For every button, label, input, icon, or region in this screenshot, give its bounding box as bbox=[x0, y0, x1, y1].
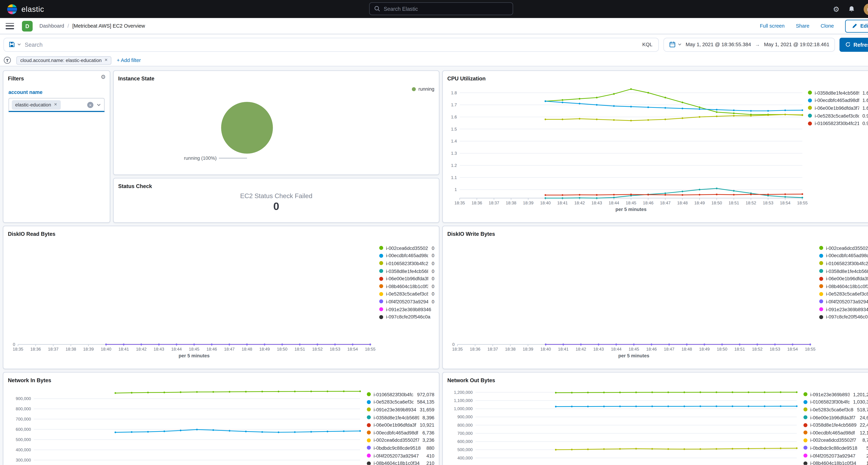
legend-item[interactable]: i-0358d8e1fe4cb56891.615 bbox=[808, 89, 868, 97]
legend-item[interactable]: i-091e23e369b893463 bbox=[819, 305, 868, 313]
date-to[interactable]: May 1, 2021 @ 19:02:18.461 bbox=[764, 42, 830, 47]
legend-item[interactable]: i-0f4f2052073a92947208 bbox=[803, 452, 868, 460]
space-badge[interactable]: D bbox=[22, 21, 33, 31]
settings-icon[interactable]: ⚙ bbox=[833, 5, 840, 13]
legend-item[interactable]: i-08b4604c18b1c0f34196 bbox=[803, 460, 868, 465]
panel-diskio-write-bytes: DiskIO Write Bytes 018:3518:3618:3718:38… bbox=[442, 226, 868, 369]
legend-item[interactable]: i-0f4f2052073a92947410 bbox=[367, 452, 434, 460]
legend-item[interactable]: i-091e23e369b89346331,659 bbox=[367, 406, 434, 413]
legend-item[interactable]: i-002cea6dcd35502f78,779 bbox=[803, 436, 868, 444]
diskio-write-chart[interactable]: 018:3518:3618:3718:3818:3918:4018:4118:4… bbox=[443, 240, 819, 369]
legend-item[interactable]: i-0f4f2052073a929470 bbox=[379, 298, 435, 305]
legend-item[interactable]: i-0358d8e1fe4cb56898,396 bbox=[367, 413, 434, 421]
legend-item[interactable]: i-08b4604c18b1c0f340 bbox=[819, 282, 868, 290]
legend-color-dot bbox=[379, 246, 383, 250]
legend-item[interactable]: i-0e5283c5ca6ef3c8c518,768 bbox=[803, 406, 868, 413]
remove-filter-icon[interactable]: ✕ bbox=[104, 58, 108, 63]
legend-item[interactable]: i-0e5283c5ca6ef3c8c0.934 bbox=[808, 112, 868, 120]
legend-color-dot bbox=[819, 300, 823, 304]
legend-item[interactable]: i-06e00e1b96dfda3f710,921 bbox=[367, 421, 434, 429]
legend-item[interactable]: i-00ecdbfc465ad98df1.656 bbox=[808, 97, 868, 104]
panel-options-icon[interactable]: ⚙ bbox=[101, 74, 106, 80]
legend-item[interactable]: i-01065823f30b4fc210.963 bbox=[808, 120, 868, 127]
legend-item[interactable]: i-0358d8e1fe4cb56890 bbox=[819, 267, 868, 275]
legend-item[interactable]: i-01065823f30b4fc21972,078 bbox=[367, 391, 434, 398]
home-link[interactable]: elastic bbox=[7, 4, 44, 14]
legend-item[interactable]: i-091e23e369b893463 bbox=[379, 305, 435, 313]
user-avatar[interactable]: m bbox=[864, 3, 868, 15]
edit-button[interactable]: Edit bbox=[845, 20, 868, 32]
account-name-combobox[interactable]: elastic-education ✕ ✕ bbox=[8, 98, 105, 112]
legend-item[interactable]: i-08b4604c18b1c0f34210 bbox=[367, 460, 434, 465]
network-out-chart[interactable]: 400,000500,000600,000700,000800,000900,0… bbox=[443, 386, 804, 465]
query-language-button[interactable]: KQL bbox=[641, 42, 653, 47]
legend-item[interactable]: i-091e23e369b893...1,201,252 bbox=[803, 391, 868, 398]
refresh-button-label: Refresh bbox=[854, 41, 868, 48]
refresh-button[interactable]: Refresh bbox=[840, 37, 868, 52]
legend-item[interactable]: i-00ecdbfc465ad98df0 bbox=[819, 252, 868, 259]
legend-color-dot bbox=[379, 307, 383, 311]
selected-option-pill[interactable]: elastic-education ✕ bbox=[12, 100, 61, 110]
chevron-down-icon[interactable] bbox=[96, 102, 101, 107]
legend-item[interactable]: i-0e5283c5ca6ef3c8c0 bbox=[379, 290, 435, 298]
legend-item[interactable]: i-00ecdbfc465ad98df12,176 bbox=[803, 429, 868, 436]
legend-item[interactable]: i-06e00e1b96dfda3f70 bbox=[379, 275, 435, 282]
full-screen-button[interactable]: Full screen bbox=[760, 23, 785, 29]
clear-selection-icon[interactable]: ✕ bbox=[87, 101, 93, 108]
legend-item[interactable]: i-0bdbdc9c88cde9518880 bbox=[367, 444, 434, 452]
query-search-input[interactable] bbox=[25, 41, 638, 48]
legend-item[interactable]: i-097c8cfe20f546c0a bbox=[819, 313, 868, 321]
legend-item[interactable]: i-01065823f30b4fc210 bbox=[379, 259, 435, 267]
network-in-chart[interactable]: 300,000400,000500,000600,000700,000800,0… bbox=[3, 386, 367, 465]
cpu-utilization-chart[interactable]: 11.11.21.31.41.51.61.71.818:3518:3618:37… bbox=[443, 84, 808, 222]
legend-item[interactable]: i-0f4f2052073a929470 bbox=[819, 298, 868, 305]
legend-item[interactable]: i-01065823f30b4fc...1,030,384 bbox=[803, 398, 868, 406]
legend-item[interactable]: i-06e00e1b96dfda3f70 bbox=[819, 275, 868, 282]
legend-label: i-01065823f30b4fc21 bbox=[374, 392, 414, 397]
legend-item[interactable]: running bbox=[412, 86, 434, 92]
legend-value: 196 bbox=[863, 461, 868, 465]
global-search[interactable] bbox=[369, 2, 513, 15]
legend-item[interactable]: i-0e5283c5ca6ef3c8c584,135 bbox=[367, 398, 434, 406]
legend-item[interactable]: i-002cea6dcd35502f70 bbox=[819, 244, 868, 252]
legend-item[interactable]: i-002cea6dcd35502f73,236 bbox=[367, 436, 434, 444]
legend-item[interactable]: i-01065823f30b4fc210 bbox=[819, 259, 868, 267]
alerts-bell-icon[interactable] bbox=[848, 5, 855, 13]
legend-value: 410 bbox=[423, 453, 434, 458]
diskio-read-chart[interactable]: 018:3518:3618:3718:3818:3918:4018:4118:4… bbox=[3, 240, 379, 369]
add-filter-button[interactable]: + Add filter bbox=[117, 58, 141, 63]
legend-item[interactable]: i-00ecdbfc465ad98df6,736 bbox=[367, 429, 434, 436]
svg-text:600,000: 600,000 bbox=[458, 439, 473, 444]
legend-item[interactable]: i-0e5283c5ca6ef3c8c0 bbox=[819, 290, 868, 298]
menu-hamburger-icon[interactable] bbox=[5, 23, 14, 29]
filter-pill[interactable]: cloud.account.name: elastic-education ✕ bbox=[16, 56, 112, 64]
legend-item[interactable]: i-0358d8e1fe4cb568922,498 bbox=[803, 421, 868, 429]
legend-item[interactable]: i-0bdbdc9c88cde9518588 bbox=[803, 444, 868, 452]
svg-text:18:45: 18:45 bbox=[629, 347, 639, 351]
svg-text:18:55: 18:55 bbox=[805, 347, 815, 351]
share-button[interactable]: Share bbox=[796, 23, 809, 29]
date-from[interactable]: May 1, 2021 @ 18:36:55.384 bbox=[686, 42, 751, 47]
legend-item[interactable]: i-06e00e1b96dfda3f71.617 bbox=[808, 104, 868, 112]
save-query-button[interactable] bbox=[8, 41, 22, 48]
legend-item[interactable]: i-00ecdbfc465ad98df0 bbox=[379, 252, 435, 259]
kibana-app: elastic ⚙ m D Dashboard / [Metricbeat AW… bbox=[0, 0, 868, 465]
svg-text:18:53: 18:53 bbox=[330, 347, 340, 351]
legend-item[interactable]: i-06e00e1b96dfda3f724,685 bbox=[803, 413, 868, 421]
global-search-input[interactable] bbox=[384, 5, 508, 12]
remove-option-icon[interactable]: ✕ bbox=[54, 102, 57, 107]
legend-color-dot bbox=[379, 300, 383, 304]
svg-text:18:39: 18:39 bbox=[523, 200, 533, 205]
calendar-button[interactable] bbox=[669, 41, 682, 48]
legend-item[interactable]: i-097c8cfe20f546c0a bbox=[379, 313, 435, 321]
clone-button[interactable]: Clone bbox=[820, 23, 834, 29]
legend-item[interactable]: i-0358d8e1fe4cb56890 bbox=[379, 267, 435, 275]
legend-label: i-091e23e369b893463 bbox=[826, 307, 868, 312]
breadcrumb-dashboard[interactable]: Dashboard bbox=[39, 23, 64, 29]
svg-text:18:43: 18:43 bbox=[593, 347, 604, 351]
legend-item[interactable]: i-08b4604c18b1c0f340 bbox=[379, 282, 435, 290]
filter-set-icon[interactable] bbox=[3, 56, 11, 64]
svg-text:800,000: 800,000 bbox=[458, 423, 473, 428]
legend-item[interactable]: i-002cea6dcd35502f70 bbox=[379, 244, 435, 252]
instance-state-pie-chart[interactable]: running (100%) bbox=[114, 84, 439, 175]
